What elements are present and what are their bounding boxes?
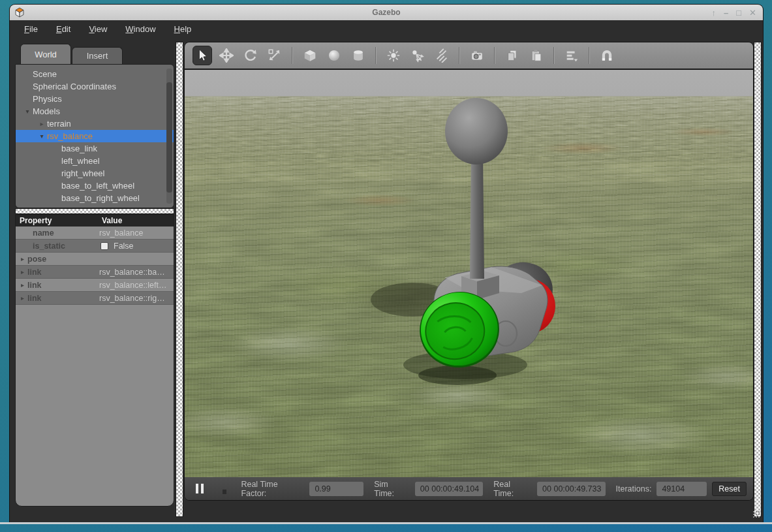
tree-item-spherical-coordinates[interactable]: Spherical Coordinates	[16, 80, 174, 93]
align-icon	[564, 48, 579, 63]
tree-item-base-to-right-wheel[interactable]: base_to_right_wheel	[16, 192, 174, 204]
gazebo-window: Gazebo ↑ – □ ✕ File Edit View Window Hel…	[9, 4, 764, 522]
property-row-name[interactable]: name rsv_balance	[16, 227, 174, 240]
simulation-statusbar: Real Time Factor: 0.99 Sim Time: 00 00:0…	[185, 477, 753, 500]
translate-tool-button[interactable]	[217, 46, 236, 65]
sphere-icon	[327, 48, 341, 63]
expander-icon[interactable]	[16, 281, 26, 289]
property-panel: Property Value name rsv_balance is_stati…	[15, 214, 174, 507]
vertical-splitter-right[interactable]	[754, 42, 762, 517]
toolbar-separator	[589, 47, 590, 64]
menu-file[interactable]: File	[18, 22, 44, 37]
paste-button[interactable]	[527, 46, 546, 65]
sidebar-tabs: World Insert	[15, 44, 174, 64]
rotate-icon	[243, 48, 258, 63]
point-light-button[interactable]	[384, 46, 403, 65]
property-row-link-right[interactable]: link rsv_balance::rig…	[16, 292, 174, 305]
expander-icon[interactable]	[37, 133, 47, 140]
add-cylinder-button[interactable]	[348, 46, 368, 65]
chevron-down-icon	[574, 59, 578, 62]
spot-light-button[interactable]	[408, 46, 427, 65]
menubar: File Edit View Window Help	[10, 20, 763, 38]
titlebar[interactable]: Gazebo ↑ – □ ✕	[10, 5, 763, 20]
horizontal-splitter[interactable]	[15, 208, 174, 214]
select-tool-button[interactable]	[193, 46, 212, 65]
translate-icon	[219, 48, 234, 63]
expander-icon[interactable]	[22, 108, 33, 115]
tree-item-left-wheel[interactable]: left_wheel	[16, 155, 174, 167]
real-time-field[interactable]: 00 00:00:49.733	[537, 482, 605, 496]
window-resize-grip[interactable]	[752, 510, 760, 518]
tree-item-physics[interactable]: Physics	[16, 93, 174, 105]
vertical-splitter-left[interactable]	[176, 42, 183, 517]
minimize-button[interactable]: –	[724, 8, 728, 17]
tree-item-models[interactable]: Models	[16, 105, 174, 117]
tree-item-base-link[interactable]: base_link	[16, 142, 174, 155]
tree-item-lights[interactable]: Lights	[16, 204, 174, 208]
property-table-header: Property Value	[16, 215, 174, 227]
expander-icon[interactable]	[16, 255, 26, 262]
copy-button[interactable]	[502, 46, 522, 65]
gazebo-logo-icon	[14, 7, 25, 18]
iterations-field[interactable]: 49104	[656, 482, 707, 496]
real-time-factor-label: Real Time Factor:	[241, 480, 304, 498]
maximize-button[interactable]: □	[736, 8, 741, 17]
keep-above-button[interactable]: ↑	[712, 8, 717, 17]
tree-item-base-to-left-wheel[interactable]: base_to_left_wheel	[16, 180, 174, 192]
tab-insert[interactable]: Insert	[72, 47, 123, 64]
tree-item-right-wheel[interactable]: right_wheel	[16, 167, 174, 180]
menu-view[interactable]: View	[82, 22, 114, 37]
render-area: Real Time Factor: 0.99 Sim Time: 00 00:0…	[184, 42, 754, 501]
align-button[interactable]	[562, 46, 581, 65]
scale-tool-button[interactable]	[265, 46, 285, 65]
toolbar-separator	[375, 47, 377, 64]
tree-scrollbar-thumb[interactable]	[166, 82, 172, 193]
spot-light-icon	[410, 48, 425, 63]
expander-icon[interactable]	[16, 294, 26, 302]
rsv-balance-robot-model[interactable]	[185, 70, 753, 477]
tree-item-rsv-balance[interactable]: rsv_balance	[16, 130, 174, 142]
robot-sphere	[445, 98, 508, 164]
expander-icon[interactable]	[16, 268, 26, 275]
tab-world[interactable]: World	[20, 44, 71, 64]
menu-edit[interactable]: Edit	[50, 22, 77, 37]
reset-button[interactable]: Reset	[712, 482, 747, 496]
sim-time-field[interactable]: 00 00:00:49.104	[415, 482, 483, 496]
tree-item-scene[interactable]: Scene	[16, 68, 174, 80]
point-light-icon	[386, 48, 401, 63]
header-value: Value	[99, 216, 174, 225]
box-icon	[303, 48, 317, 63]
toolbar-separator	[459, 47, 460, 64]
camera-icon	[470, 48, 484, 63]
property-row-link-left[interactable]: link rsv_balance::left…	[16, 279, 174, 292]
toolbar-separator	[292, 47, 293, 64]
expander-icon[interactable]	[22, 207, 33, 208]
property-row-is-static[interactable]: is_static False	[16, 240, 174, 253]
snap-button[interactable]	[597, 46, 617, 65]
rotate-tool-button[interactable]	[241, 46, 260, 65]
menu-help[interactable]: Help	[168, 22, 198, 37]
sidebar: World Insert Scene Spherical Coordinates…	[15, 44, 174, 507]
paste-icon	[529, 48, 544, 63]
window-title: Gazebo	[10, 8, 763, 17]
world-tree: Scene Spherical Coordinates Physics Mode…	[15, 64, 174, 208]
tree-item-terrain[interactable]: terrain	[16, 117, 174, 130]
directional-light-button[interactable]	[432, 46, 452, 65]
tree-scrollbar[interactable]	[166, 69, 172, 204]
menu-window[interactable]: Window	[119, 22, 162, 37]
real-time-factor-field[interactable]: 0.99	[309, 482, 363, 496]
robot-pole	[470, 152, 484, 279]
add-sphere-button[interactable]	[324, 46, 344, 65]
render-viewport-3d-scene[interactable]	[185, 70, 753, 477]
add-box-button[interactable]	[300, 46, 320, 65]
close-button[interactable]: ✕	[749, 8, 756, 17]
step-button[interactable]	[223, 490, 227, 494]
directional-light-icon	[435, 48, 449, 63]
pause-button[interactable]	[191, 482, 208, 496]
screenshot-button[interactable]	[467, 46, 487, 65]
is-static-checkbox[interactable]	[100, 242, 108, 250]
property-row-pose[interactable]: pose	[16, 253, 174, 266]
expander-icon[interactable]	[37, 120, 47, 127]
property-row-link-base[interactable]: link rsv_balance::ba…	[16, 266, 174, 279]
render-toolbar	[185, 42, 753, 70]
